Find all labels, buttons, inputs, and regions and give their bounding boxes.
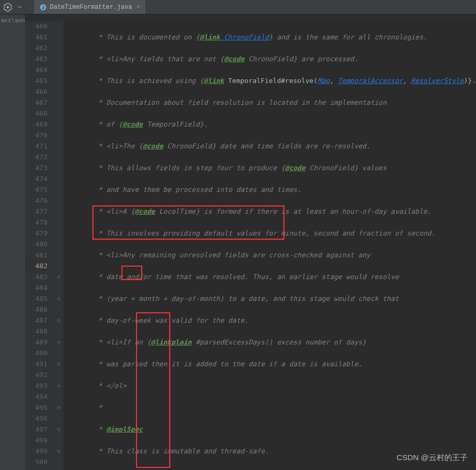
- tab-filename: DateTimeFormatter.java: [50, 4, 132, 11]
- tabs: J DateTimeFormatter.java ×: [34, 0, 145, 14]
- line-gutter: 4604614624634644654664674684694704714724…: [25, 21, 54, 470]
- project-path: ect\svnT: [1, 18, 25, 24]
- file-tab[interactable]: J DateTimeFormatter.java ×: [34, 0, 145, 14]
- fold-column[interactable]: ⊖⊖⊟⊖⊟⊖⊟⊖⊟: [54, 21, 64, 470]
- gear-icon[interactable]: [3, 3, 12, 12]
- svg-text:J: J: [42, 5, 44, 10]
- close-icon[interactable]: ×: [136, 3, 140, 11]
- minimize-icon[interactable]: —: [18, 3, 25, 11]
- watermark: CSDN @云村的王子: [397, 453, 468, 463]
- code-area[interactable]: * This is documented on {@link ChronoFie…: [63, 21, 476, 470]
- titlebar: — J DateTimeFormatter.java ×: [0, 0, 476, 15]
- editor[interactable]: 4604614624634644654664674684694704714724…: [25, 21, 476, 470]
- project-sidebar[interactable]: ect\svnT: [0, 15, 25, 470]
- java-file-icon: J: [39, 4, 47, 11]
